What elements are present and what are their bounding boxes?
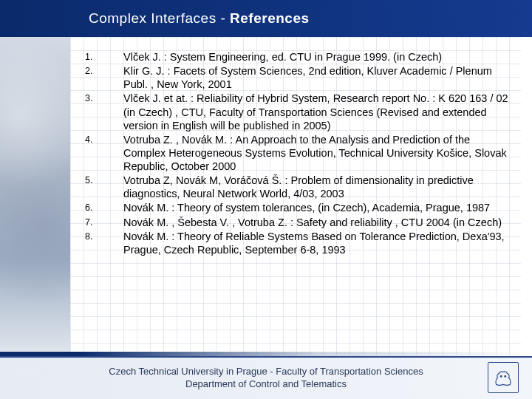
reference-number: 1. <box>85 50 123 64</box>
reference-item: 2.Klir G. J. : Facets of System Sciences… <box>85 64 514 91</box>
references-list: 1.Vlček J. : System Engineering, ed. CTU… <box>85 50 514 256</box>
footer-bar: Czech Technical University in Prague - F… <box>0 356 532 399</box>
reference-number: 5. <box>85 174 123 200</box>
reference-text: Novák M. , Šebesta V. , Votruba Z. : Saf… <box>123 216 514 229</box>
footer-line1: Czech Technical University in Prague - F… <box>109 366 423 378</box>
references-content: 1.Vlček J. : System Engineering, ed. CTU… <box>85 50 514 257</box>
title-main: Complex Interfaces - <box>89 10 230 26</box>
reference-number: 4. <box>85 133 123 173</box>
reference-item: 8.Novák M. : Theory of Reliable Systems … <box>85 230 514 256</box>
ctu-lion-logo <box>488 362 519 393</box>
reference-text: Vlček J. : System Engineering, ed. CTU i… <box>123 50 514 64</box>
reference-text: Votruba Z. , Novák M. : An Approach to t… <box>123 133 514 173</box>
svg-point-0 <box>500 375 502 377</box>
reference-item: 3.Vlček J. et at. : Reliability of Hybri… <box>85 92 514 132</box>
title-bar: Complex Interfaces - References <box>0 0 532 37</box>
reference-number: 3. <box>85 92 123 132</box>
reference-number: 8. <box>85 230 123 256</box>
reference-number: 2. <box>85 64 123 91</box>
reference-number: 6. <box>85 201 123 214</box>
left-image-strip <box>0 37 70 355</box>
reference-item: 7.Novák M. , Šebesta V. , Votruba Z. : S… <box>85 216 514 229</box>
svg-point-1 <box>505 375 506 377</box>
footer-line2: Department of Control and Telematics <box>109 378 423 391</box>
reference-item: 1.Vlček J. : System Engineering, ed. CTU… <box>85 50 514 64</box>
reference-text: Vlček J. et at. : Reliability of Hybrid … <box>123 92 514 132</box>
reference-text: Novák M. : Theory of system tolerances, … <box>123 201 514 214</box>
reference-number: 7. <box>85 216 123 229</box>
reference-item: 5.Votruba Z, Novák M, Voráčová Š. : Prob… <box>85 174 514 200</box>
reference-text: Votruba Z, Novák M, Voráčová Š. : Proble… <box>123 174 514 200</box>
title-sub: References <box>230 10 309 26</box>
reference-item: 4.Votruba Z. , Novák M. : An Approach to… <box>85 133 514 173</box>
footer-text: Czech Technical University in Prague - F… <box>109 366 423 391</box>
reference-text: Novák M. : Theory of Reliable Systems Ba… <box>123 230 514 256</box>
reference-text: Klir G. J. : Facets of System Sciences, … <box>123 64 514 91</box>
reference-item: 6.Novák M. : Theory of system tolerances… <box>85 201 514 214</box>
